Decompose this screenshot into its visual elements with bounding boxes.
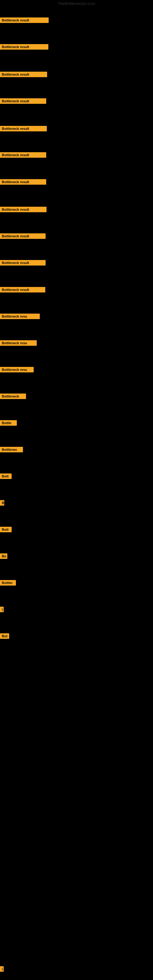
bottleneck-badge-4: Bottleneck result — [0, 98, 46, 104]
bottleneck-badge-15: Bottleneck — [0, 393, 26, 399]
bottleneck-badge-7: Bottleneck result — [0, 179, 46, 185]
bottleneck-badge-3: Bottleneck result — [0, 72, 47, 77]
bottleneck-badge-23: | — [0, 607, 4, 612]
bottleneck-badge-13: Bottleneck resu — [0, 340, 37, 346]
bottleneck-badge-17: Bottlenec — [0, 447, 23, 452]
bottleneck-badge-12: Bottleneck resu — [0, 313, 40, 319]
bottleneck-badge-16: Bottle — [0, 420, 17, 426]
bottleneck-badge-14: Bottleneck resu — [0, 367, 33, 372]
bottleneck-badge-18: Bott — [0, 474, 12, 479]
bottleneck-badge-11: Bottleneck result — [0, 287, 45, 293]
bottleneck-badge-19: B — [0, 500, 4, 506]
bottleneck-badge-6: Bottleneck result — [0, 152, 46, 158]
bottleneck-badge-24: Bot — [0, 633, 9, 639]
bottleneck-badge-2: Bottleneck result — [0, 44, 48, 49]
site-title: TheBottlenecker.com — [0, 0, 153, 7]
bottleneck-badge-20: Bott — [0, 527, 12, 532]
bottleneck-badge-10: Bottleneck result — [0, 260, 46, 266]
bottleneck-badge-5: Bottleneck result — [0, 126, 47, 131]
bottleneck-badge-21: Bo — [0, 554, 7, 559]
bottleneck-badge-9: Bottleneck result — [0, 233, 46, 239]
bottleneck-badge-8: Bottleneck result — [0, 207, 46, 212]
bottleneck-badge-1: Bottleneck result — [0, 18, 49, 23]
bottleneck-badge-25: | — [0, 966, 4, 972]
bottleneck-badge-22: Bottler — [0, 580, 16, 585]
